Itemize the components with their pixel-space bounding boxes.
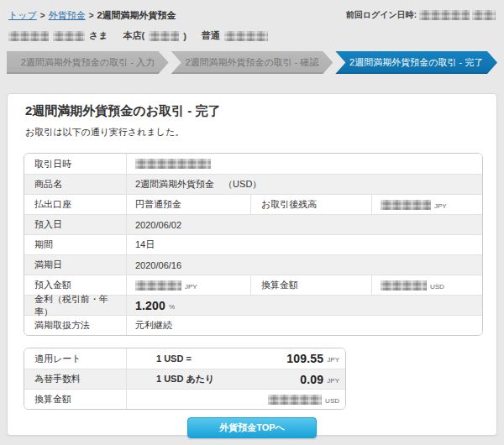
content-card: 2週間満期外貨預金のお取引 - 完了 お取引は以下の通り実行されました。 取引日…: [7, 93, 497, 436]
row-value: 円普通預金: [127, 195, 251, 214]
account-info: さま 本店( ) 普通: [7, 29, 497, 42]
row-value: 元利継続: [127, 316, 482, 335]
breadcrumb-current: 2週間満期外貨預金: [97, 9, 176, 22]
redacted-balance-after: [381, 200, 431, 210]
applied-rate-value: 109.55: [286, 352, 323, 365]
row-value-2: JPY: [372, 195, 482, 214]
rate-basis: [127, 390, 236, 409]
redacted-deposit-amount: [135, 280, 181, 291]
redacted-customer-name: [8, 31, 49, 41]
table-row-maturity-date: 満期日 2020/06/16: [24, 254, 482, 275]
branch-label-close: ): [183, 31, 186, 41]
currency-unit: USD: [430, 283, 444, 291]
row-label: 満期取扱方法: [24, 316, 127, 335]
table-row-interest-rate: 金利（税引前・年率） 1.200 %: [24, 295, 482, 315]
redacted-transaction-datetime: [135, 159, 211, 169]
row-value: 2020/06/16: [127, 255, 482, 275]
rate-value: 109.55 JPY: [236, 348, 345, 369]
row-label: 商品名: [24, 175, 127, 194]
row-value: 2020/06/02: [127, 215, 482, 234]
account-type-label: 普通: [202, 29, 220, 42]
table-row-deposit-amount: 預入金額 JPY 換算金額 USD: [24, 275, 482, 295]
redacted-account-number: [224, 31, 268, 41]
table-row-withdrawal-account: 払出口座 円普通預金 お取引後残高 JPY: [24, 194, 482, 214]
currency-unit: JPY: [327, 356, 339, 364]
step-complete: 2週間満期外貨預金の取引 - 完了: [335, 51, 497, 74]
foreign-deposit-top-button[interactable]: 外貨預金TOPへ: [187, 417, 317, 438]
step-label: 2週間満期外貨預金の取引 - 完了: [349, 56, 483, 69]
customer-suffix: さま: [89, 29, 108, 42]
page-title: 2週間満期外貨預金のお取引 - 完了: [24, 103, 480, 119]
rate-value: USD: [236, 390, 345, 409]
row-value: 14日: [127, 235, 482, 254]
breadcrumb-separator: >: [89, 11, 94, 20]
rate-basis: 1 USD =: [127, 348, 236, 369]
row-label-2: 換算金額: [251, 275, 372, 295]
header: トップ > 外貨預金 > 2週間満期外貨預金 前回ログイン日時:: [7, 7, 497, 22]
step-label: 2週間満期外貨預金の取引 - 確認: [185, 56, 318, 69]
breadcrumb: トップ > 外貨預金 > 2週間満期外貨預金: [8, 9, 176, 22]
redacted-login-date: [419, 10, 470, 20]
row-value: 1.200 %: [127, 296, 482, 315]
table-row-product-name: 商品名 2週間満期外貨預金 （USD）: [24, 174, 482, 194]
redacted-converted-amount-usd: [268, 395, 322, 405]
row-label: 為替手数料: [24, 369, 127, 389]
row-label: 金利（税引前・年率）: [24, 296, 127, 315]
row-label: 満期日: [24, 255, 127, 275]
currency-unit: JPY: [434, 202, 447, 210]
redacted-customer-name-2: [53, 31, 85, 41]
table-row-applied-rate: 適用レート 1 USD = 109.55 JPY: [24, 348, 345, 369]
currency-unit: JPY: [185, 283, 197, 291]
rate-value: 0.09 JPY: [236, 369, 345, 389]
redacted-login-time: [472, 10, 496, 20]
row-value: [127, 154, 482, 174]
row-value: 2週間満期外貨預金 （USD）: [127, 175, 482, 194]
row-label-2: お取引後残高: [251, 195, 372, 214]
table-row-exchange-fee: 為替手数料 1 USD あたり 0.09 JPY: [24, 369, 345, 389]
transaction-table: 取引日時 商品名 2週間満期外貨預金 （USD） 払出口座 円普通預金 お取引後…: [24, 153, 483, 336]
branch-label: 本店(: [123, 29, 145, 42]
step-label: 2週間満期外貨預金の取引 - 入力: [21, 56, 155, 69]
breadcrumb-link-top[interactable]: トップ: [8, 9, 37, 22]
step-confirm: 2週間満期外貨預金の取引 - 確認: [171, 51, 333, 74]
rate-table: 適用レート 1 USD = 109.55 JPY 為替手数料 1 USD あたり…: [24, 348, 346, 410]
currency-unit: JPY: [327, 377, 339, 385]
last-login-label: 前回ログイン日時:: [346, 9, 417, 21]
percent-unit: %: [169, 303, 175, 311]
redacted-converted-amount: [381, 280, 427, 291]
breadcrumb-separator: >: [40, 11, 45, 20]
breadcrumb-link-foreign-deposit[interactable]: 外貨預金: [49, 9, 86, 22]
interest-rate-value: 1.200: [135, 299, 165, 312]
table-row-deposit-date: 預入日 2020/06/02: [24, 214, 482, 234]
table-row-transaction-datetime: 取引日時: [24, 154, 482, 174]
exchange-fee-value: 0.09: [300, 373, 323, 386]
last-login: 前回ログイン日時:: [346, 9, 496, 21]
row-label: 期間: [24, 235, 127, 254]
row-value-2: USD: [372, 275, 482, 295]
page: トップ > 外貨預金 > 2週間満期外貨預金 前回ログイン日時: さま 本店( …: [0, 0, 504, 442]
rate-basis: 1 USD あたり: [127, 369, 236, 389]
redacted-branch-code: [149, 31, 179, 41]
button-area: 外貨預金TOPへ: [24, 417, 480, 438]
page-subtitle: お取引は以下の通り実行されました。: [24, 126, 480, 139]
row-label: 払出口座: [24, 195, 127, 214]
row-label: 取引日時: [24, 154, 127, 174]
step-indicator: 2週間満期外貨預金の取引 - 入力 2週間満期外貨預金の取引 - 確認 2週間満…: [7, 51, 497, 74]
table-row-term: 期間 14日: [24, 234, 482, 254]
currency-unit: USD: [325, 397, 339, 405]
table-row-converted-amount: 換算金額 USD: [24, 389, 345, 409]
step-input: 2週間満期外貨預金の取引 - 入力: [7, 51, 169, 74]
row-label: 換算金額: [24, 390, 127, 409]
row-label: 適用レート: [24, 348, 127, 369]
row-value: JPY: [127, 275, 251, 295]
table-row-maturity-handling: 満期取扱方法 元利継続: [24, 315, 482, 335]
row-label: 預入日: [24, 215, 127, 234]
